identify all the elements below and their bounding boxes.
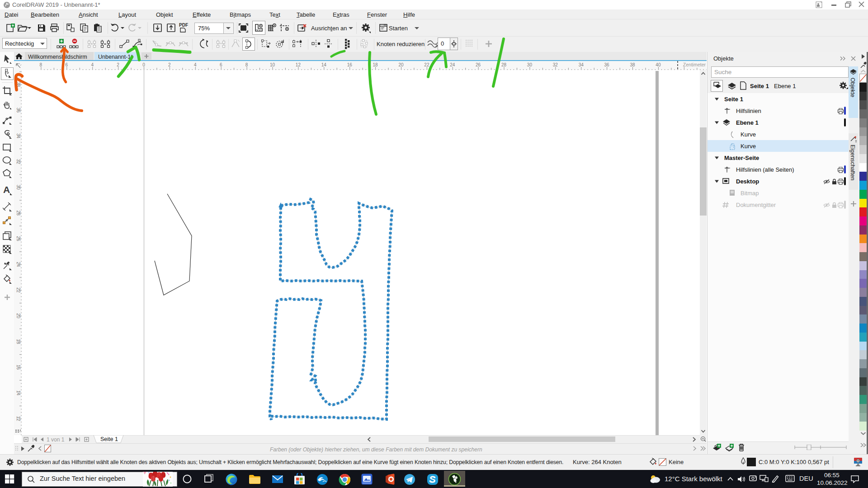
svg-text:34: 34 xyxy=(579,62,584,67)
svg-text:34: 34 xyxy=(16,133,21,139)
svg-text:2: 2 xyxy=(117,62,119,67)
svg-text:32: 32 xyxy=(16,159,21,164)
svg-text:38: 38 xyxy=(16,82,21,87)
svg-text:26: 26 xyxy=(476,62,481,67)
svg-text:14: 14 xyxy=(321,62,327,67)
svg-text:20: 20 xyxy=(398,62,404,67)
svg-text:24: 24 xyxy=(450,62,455,67)
svg-text:38: 38 xyxy=(630,62,635,67)
svg-text:8: 8 xyxy=(40,62,42,67)
svg-text:28: 28 xyxy=(501,62,507,67)
svg-text:30: 30 xyxy=(16,185,21,190)
svg-text:12: 12 xyxy=(16,416,21,422)
svg-text:22: 22 xyxy=(424,62,429,67)
svg-text:4: 4 xyxy=(194,62,197,67)
svg-text:28: 28 xyxy=(16,211,21,216)
svg-text:40: 40 xyxy=(656,62,661,67)
svg-text:24: 24 xyxy=(16,262,21,267)
svg-text:12: 12 xyxy=(296,62,301,67)
svg-text:26: 26 xyxy=(16,236,21,242)
svg-text:6: 6 xyxy=(220,62,222,67)
svg-text:16: 16 xyxy=(16,365,21,370)
svg-text:32: 32 xyxy=(553,62,558,67)
svg-text:10: 10 xyxy=(270,62,275,67)
svg-text:16: 16 xyxy=(347,62,353,67)
svg-text:22: 22 xyxy=(16,287,21,293)
svg-text:Zentimeter: Zentimeter xyxy=(683,62,706,67)
svg-text:36: 36 xyxy=(604,62,610,67)
svg-text:6: 6 xyxy=(66,62,68,67)
svg-text:18: 18 xyxy=(373,62,378,67)
svg-text:0: 0 xyxy=(142,62,145,67)
svg-text:4: 4 xyxy=(91,62,94,67)
svg-text:18: 18 xyxy=(16,339,21,344)
svg-text:8: 8 xyxy=(245,62,248,67)
svg-text:30: 30 xyxy=(527,62,533,67)
svg-text:20: 20 xyxy=(16,313,21,319)
svg-text:14: 14 xyxy=(16,390,21,396)
svg-text:36: 36 xyxy=(16,108,21,113)
svg-text:2: 2 xyxy=(168,62,171,67)
